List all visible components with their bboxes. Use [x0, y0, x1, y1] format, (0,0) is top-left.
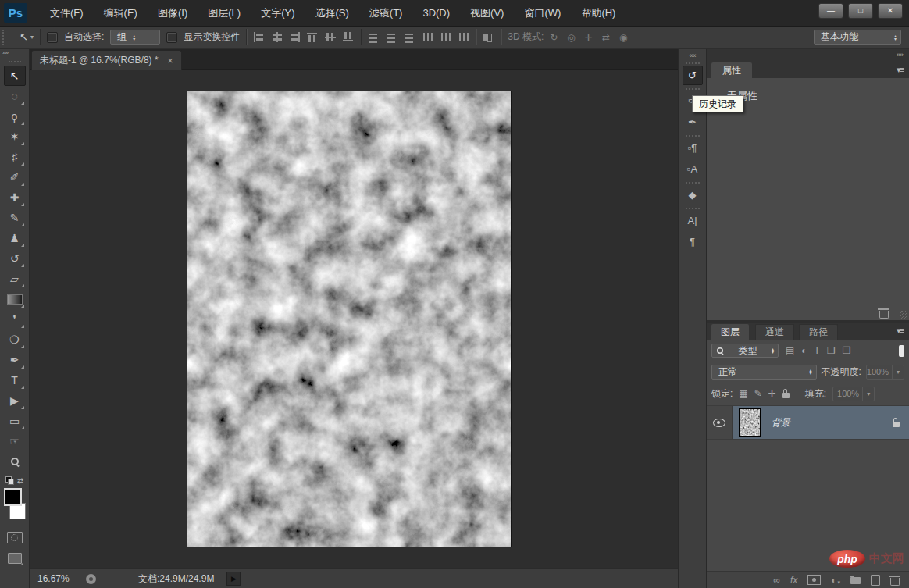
screen-mode-button[interactable]	[8, 553, 22, 564]
hand-tool[interactable]: ☞	[4, 431, 26, 451]
tab-close-icon[interactable]: ×	[168, 55, 173, 66]
align-top-edges-icon[interactable]	[307, 32, 319, 42]
blend-mode-dropdown[interactable]: 正常 ▴▾	[711, 365, 817, 380]
document-tab[interactable]: 未标题-1 @ 16.7%(RGB/8) * ×	[31, 50, 182, 70]
3d-slide-icon[interactable]: ⇄	[602, 32, 610, 43]
add-layer-mask-icon[interactable]	[807, 575, 821, 585]
lasso-tool[interactable]: ϙ	[4, 106, 26, 127]
tab-layers[interactable]: 图层	[711, 324, 749, 340]
menu-edit[interactable]: 编辑(E)	[94, 0, 148, 26]
menu-window[interactable]: 窗口(W)	[514, 0, 571, 26]
document-image-clouds-texture[interactable]	[187, 91, 511, 547]
type-tool[interactable]: T	[4, 370, 26, 390]
character-panel-button[interactable]: A|	[683, 211, 703, 230]
lock-transparency-icon[interactable]: ▦	[739, 388, 747, 399]
layer-thumbnail[interactable]	[739, 408, 761, 437]
layer-row-background[interactable]: 背景	[707, 405, 909, 440]
fill-dropdown[interactable]: 100% ▾	[832, 387, 875, 401]
link-layers-icon[interactable]: ∞	[773, 575, 780, 586]
filter-adjustment-layers-icon[interactable]: ◐	[801, 345, 807, 356]
panel-menu-icon[interactable]: ▾≡	[897, 65, 903, 75]
delete-layer-icon[interactable]	[890, 578, 900, 586]
auto-align-layers-icon[interactable]	[483, 32, 494, 42]
3d-scale-icon[interactable]: ◉	[619, 32, 627, 43]
distribute-right-icon[interactable]	[458, 32, 469, 42]
tab-properties[interactable]: 属性	[711, 62, 752, 78]
distribute-vertical-centers-icon[interactable]	[386, 32, 397, 42]
align-bottom-edges-icon[interactable]	[343, 32, 355, 42]
shape-tool[interactable]: ▭	[4, 411, 26, 431]
auto-select-checkbox[interactable]	[47, 32, 58, 43]
adjustment-layer-icon[interactable]: ◐▾	[831, 575, 840, 586]
filter-toggle-switch[interactable]	[899, 345, 904, 357]
workspace-switcher[interactable]: 基本功能 ▴▾	[814, 30, 901, 45]
menu-image[interactable]: 图像(I)	[148, 0, 198, 26]
brush-tool[interactable]: ✎	[4, 208, 26, 228]
lock-position-icon[interactable]: ✛	[768, 388, 776, 399]
distribute-horizontal-centers-icon[interactable]	[440, 32, 451, 42]
filter-smart-objects-icon[interactable]: ❐	[843, 345, 851, 356]
menu-help[interactable]: 帮助(H)	[571, 0, 626, 26]
3d-drag-icon[interactable]: ✛	[585, 32, 593, 43]
distribute-bottom-icon[interactable]	[404, 32, 415, 42]
history-panel-button[interactable]: ↺	[683, 66, 703, 85]
new-group-icon[interactable]	[850, 577, 861, 584]
resize-grip[interactable]	[900, 311, 907, 319]
layer-style-fx-icon[interactable]: fx	[790, 575, 797, 586]
history-brush-tool[interactable]: ↺	[4, 248, 26, 269]
menu-3d[interactable]: 3D(D)	[412, 0, 460, 26]
align-left-edges-icon[interactable]	[253, 32, 265, 42]
marquee-tool[interactable]: ◌	[4, 86, 26, 106]
align-right-edges-icon[interactable]	[289, 32, 301, 42]
tab-channels[interactable]: 通道	[755, 324, 794, 340]
align-vertical-centers-icon[interactable]	[325, 32, 337, 42]
maximize-button[interactable]: □	[848, 3, 873, 19]
swap-colors-icon[interactable]: ⇄	[17, 476, 23, 485]
close-button[interactable]: ✕	[878, 3, 903, 19]
healing-brush-tool[interactable]: ✚	[4, 187, 26, 208]
foreground-color-swatch[interactable]	[4, 488, 22, 506]
path-selection-tool[interactable]: ▶	[4, 390, 26, 411]
lock-all-icon[interactable]	[782, 393, 790, 398]
show-transform-checkbox[interactable]	[166, 32, 177, 43]
lock-paint-icon[interactable]: ✎	[754, 388, 762, 399]
status-options-button[interactable]: ▶	[226, 572, 241, 586]
collapse-dock-icon[interactable]: ««	[679, 52, 706, 59]
align-horizontal-centers-icon[interactable]	[271, 32, 283, 42]
layer-name[interactable]: 背景	[772, 416, 882, 429]
filter-type-dropdown[interactable]: 类型 ▴▾	[711, 344, 779, 358]
menu-file[interactable]: 文件(F)	[40, 0, 94, 26]
paragraph-styles-panel-button[interactable]: ▫¶	[683, 138, 703, 158]
collapse-panel-icon[interactable]: »»	[897, 51, 903, 59]
3d-rotate-icon[interactable]: ↻	[550, 32, 558, 43]
distribute-left-icon[interactable]	[422, 32, 433, 42]
menu-select[interactable]: 选择(S)	[305, 0, 358, 26]
minimize-button[interactable]: —	[818, 3, 843, 19]
filter-type-layers-icon[interactable]: T	[815, 345, 820, 356]
crop-tool[interactable]: ♯	[4, 147, 26, 167]
clone-stamp-tool[interactable]: ♟	[4, 228, 26, 248]
layer-visibility-cell[interactable]	[707, 406, 733, 439]
eyedropper-tool[interactable]: ✐	[4, 167, 26, 187]
filter-shape-layers-icon[interactable]: ❒	[827, 345, 836, 356]
paragraph-panel-button[interactable]: ¶	[683, 232, 703, 251]
magic-wand-tool[interactable]: ✶	[4, 127, 26, 147]
gradient-tool[interactable]	[4, 289, 26, 309]
3d-panel-button[interactable]: ◆	[683, 185, 703, 205]
canvas-area[interactable]	[30, 70, 678, 568]
brush-presets-panel-button[interactable]: ✒	[683, 112, 703, 132]
tab-paths[interactable]: 路径	[799, 324, 838, 340]
status-scrubby-icon[interactable]	[86, 574, 96, 584]
default-colors-icon[interactable]	[5, 476, 14, 485]
quick-mask-mode-button[interactable]	[7, 532, 23, 543]
character-styles-panel-button[interactable]: ▫A	[683, 159, 703, 179]
blur-tool[interactable]: ❜	[4, 309, 26, 330]
filter-pixel-layers-icon[interactable]: ▤	[786, 345, 794, 356]
opacity-dropdown[interactable]: 100% ▾	[866, 365, 904, 380]
move-tool[interactable]: ↖	[4, 66, 26, 86]
dodge-tool[interactable]: ❍	[4, 330, 26, 350]
delete-icon[interactable]	[879, 311, 889, 319]
menu-view[interactable]: 视图(V)	[460, 0, 514, 26]
tools-panel-header[interactable]: »»	[0, 49, 29, 59]
eraser-tool[interactable]: ▱	[4, 269, 26, 289]
